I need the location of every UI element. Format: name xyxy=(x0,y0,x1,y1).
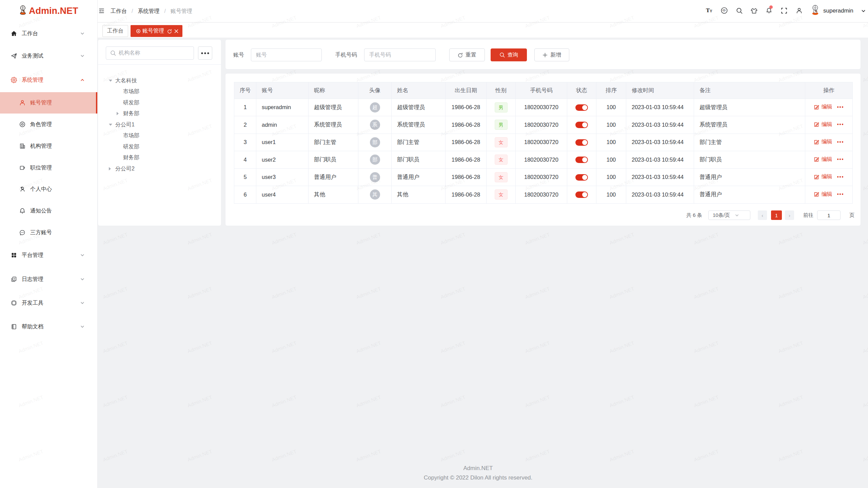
svg-text:中: 中 xyxy=(723,8,726,13)
